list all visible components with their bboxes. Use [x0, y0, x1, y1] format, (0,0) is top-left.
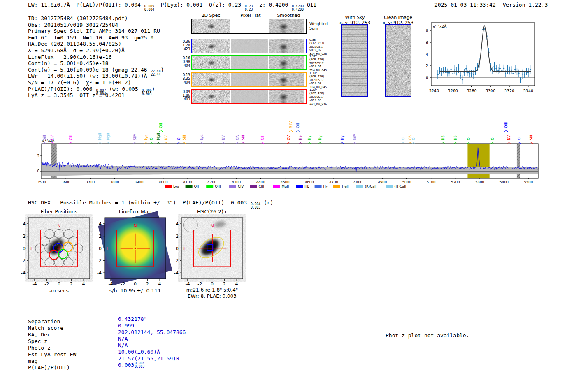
svg-text:5300: 5300	[485, 88, 495, 93]
full-spectrum-plot: 3500360037003800390040004100420043004400…	[36, 108, 543, 193]
emission-line-label: OII	[296, 123, 300, 128]
svg-text:5: 5	[37, 154, 39, 158]
fiber-id-labels: 1.29"(907, 438)20210517v019_03314_RU_046	[309, 88, 331, 106]
legend-label: Hβ	[304, 184, 309, 188]
summary-stats: EW: 11.8±0.7Å P(LAE)/P(OII): 0.004 0.005…	[28, 2, 316, 12]
uncertainty-fraction: 0.0040.003	[250, 203, 260, 209]
svg-text:-2: -2	[21, 258, 26, 263]
svg-text:3600: 3600	[61, 180, 70, 184]
svg-text:4: 4	[426, 52, 428, 56]
svg-text:8: 8	[426, 28, 428, 33]
svg-text:-4: -4	[97, 270, 102, 276]
spec2d-image	[192, 39, 230, 53]
match-field-label: Separation	[28, 318, 118, 325]
svg-text:2: 2	[23, 234, 26, 239]
spec2d-panel: WeightedSum0.361.284230.38"(912, 253)202…	[174, 18, 332, 107]
svg-text:0: 0	[426, 75, 428, 80]
svg-text:5280: 5280	[467, 88, 476, 93]
emission-line-label: MgII	[156, 133, 160, 140]
emission-line-label: SiII	[241, 135, 245, 140]
pixel-flat-image	[231, 90, 268, 103]
spec2d-image	[192, 19, 230, 33]
emission-line-label: SiII	[529, 135, 533, 140]
east-label: E	[30, 246, 33, 251]
svg-text:4: 4	[158, 281, 161, 287]
info-line: F=1.6" T=0.159 N=1.10 A=0.93 g=25.0	[28, 35, 164, 41]
emission-line-label: NV	[507, 135, 511, 140]
emission-line-label: Hβ	[441, 135, 445, 140]
fiber-positions-plot: Fiber Positions-4-4-2-2002244NEarcsecs	[16, 208, 98, 302]
svg-text:-2: -2	[121, 281, 125, 287]
fiber-weight-labels: 0.361.28423	[174, 40, 190, 51]
svg-text:-4: -4	[32, 281, 37, 287]
emission-line-label: SiIV	[133, 134, 137, 140]
match-field-label: RA, Dec	[28, 332, 118, 338]
mag-caption: m:21.6 re:1.8" s:0.4"	[186, 287, 238, 293]
svg-text:5240: 5240	[429, 88, 439, 93]
pixel-flat-image	[231, 73, 268, 86]
svg-text:3900: 3900	[135, 180, 144, 184]
legend-label: CIV	[238, 184, 244, 188]
svg-text:4: 4	[235, 281, 238, 287]
spec2d-image	[192, 73, 230, 86]
fiber-weight-labels: 0.091.86403	[174, 90, 190, 101]
match-field-value: 0.999	[118, 322, 134, 329]
svg-text:6: 6	[426, 40, 428, 45]
north-label: N	[133, 223, 137, 229]
with-sky-image	[341, 24, 368, 97]
emission-line-label: CII	[260, 136, 265, 140]
lineflux-map-plot: Lineflux Map-4-4-2-2002244NEs/b: 10.95 +…	[92, 208, 174, 302]
info-line: Primary Spec_Slot_IFU_AMP: 314_027_011_R…	[28, 28, 164, 35]
svg-text:-2: -2	[97, 258, 102, 263]
emission-line-label: Hβ	[453, 135, 458, 140]
spec2d-fiber-row	[191, 89, 307, 104]
svg-text:5400: 5400	[499, 180, 509, 184]
spec2d-image	[192, 90, 230, 103]
legend-label: Hγ	[323, 184, 328, 188]
emission-line-label: MgII	[106, 133, 110, 140]
svg-text:0: 0	[58, 281, 60, 287]
pixel-flat-image	[231, 56, 268, 69]
emission-line-label: HeII	[298, 133, 302, 140]
north-label: N	[57, 223, 60, 229]
emission-line-label: OIII	[467, 135, 471, 140]
uncertainty-fraction: 0.0040.003	[134, 362, 144, 369]
clean-image	[385, 24, 411, 97]
noise-band	[42, 164, 538, 176]
fiber-id-labels: 1.39"(908, 429)20210517v019_03314_RU_045	[309, 72, 331, 89]
svg-text:0: 0	[37, 169, 39, 173]
emission-line-label: Hγ	[340, 136, 344, 140]
svg-text:5320: 5320	[504, 88, 514, 93]
uncertainty-fraction: 0.230.23	[244, 5, 253, 12]
cutout-title: Fiber Positions	[41, 209, 78, 215]
emission-line-label: SiII	[182, 135, 186, 140]
uncertainty-fraction: 22.4822.44	[150, 70, 160, 77]
match-field-label: Est LyA rest-EW	[28, 351, 118, 358]
east-label: E	[183, 246, 186, 251]
emission-line-label: NV	[221, 135, 225, 140]
detection-info: ID: 3012725484 (3012725484.pdf)Obs: 2021…	[28, 15, 164, 99]
emission-line-label: Lyα	[200, 134, 204, 140]
phot-z-note: Phot z plot not available.	[386, 332, 469, 339]
ewr-plae-caption: EWr: 8, PLAE: 0.003	[188, 293, 237, 299]
info-line: Obs: 20210517v019_3012725484	[28, 22, 164, 28]
svg-text:4700: 4700	[329, 180, 338, 184]
smoothed-image	[269, 73, 304, 86]
svg-text:4200: 4200	[207, 180, 216, 184]
report-timestamp: 2025-01-03 11:33:42Version 1.22.3	[434, 2, 548, 8]
match-field-value: 10.00(±0.60)Å	[118, 349, 160, 355]
info-line: ID: 3012725484 (3012725484.pdf)	[28, 15, 164, 22]
emission-line-label: OVI	[50, 134, 54, 140]
svg-text:5100: 5100	[427, 180, 436, 184]
svg-text:3700: 3700	[86, 180, 95, 184]
fiber-id-labels: 0.38"(912, 253)20210517v019_02314_RU_026	[309, 38, 331, 56]
svg-text:3800: 3800	[110, 180, 119, 184]
svg-text:4800: 4800	[353, 180, 362, 184]
svg-text:3500: 3500	[37, 180, 46, 184]
legend-label: MgII	[281, 184, 289, 188]
spec2d-fiber-row	[191, 39, 307, 53]
svg-text:-2: -2	[197, 281, 202, 287]
pixel-flat-image	[231, 39, 268, 53]
svg-text:4: 4	[176, 221, 179, 227]
emission-line-label: SiII	[42, 135, 46, 140]
